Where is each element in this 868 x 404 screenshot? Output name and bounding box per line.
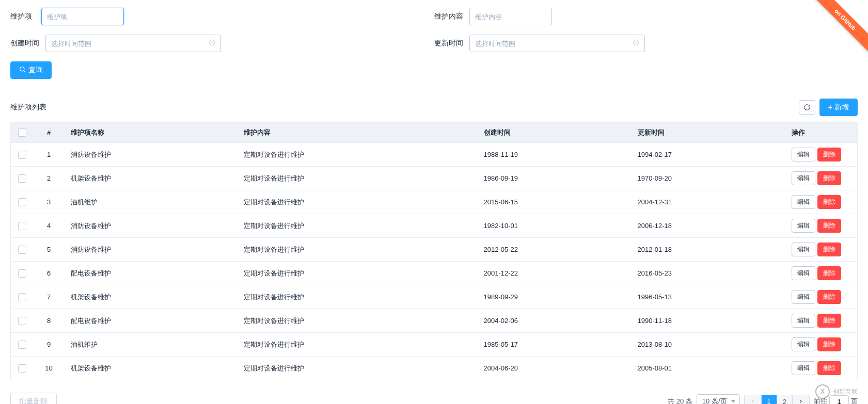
row-name: 消防设备维护 [65,143,238,167]
search-button-label: 查询 [28,66,43,75]
filter-updated-field: 更新时间 [434,35,858,52]
delete-button[interactable]: 删除 [817,219,841,233]
delete-button[interactable]: 删除 [817,195,841,209]
row-name: 油机维护 [65,333,238,357]
batch-delete-button[interactable]: 批量删除 [10,393,57,404]
edit-button[interactable]: 编辑 [792,266,815,280]
row-updated: 2004-12-31 [632,190,785,214]
add-button-label: 新增 [834,103,849,112]
table-row: 4消防设备维护定期对设备进行维护1982-10-012006-12-18编辑删除 [11,214,858,238]
filter-updated-input[interactable] [469,35,645,52]
table-row: 2机架设备维护定期对设备进行维护1986-09-191970-09-20编辑删除 [11,167,858,190]
edit-button[interactable]: 编辑 [792,314,815,328]
col-name: 维护项名称 [65,123,238,143]
refresh-button[interactable] [799,100,815,115]
watermark-logo-icon: X [815,384,830,399]
edit-button[interactable]: 编辑 [792,337,815,351]
svg-line-3 [24,70,26,72]
delete-button[interactable]: 删除 [817,171,841,185]
filter-form: 维护项 维护内容 创建时间 更新时间 [10,8,858,88]
filter-content-label: 维护内容 [434,12,469,21]
table-row: 1消防设备维护定期对设备进行维护1988-11-191994-02-17编辑删除 [11,143,858,167]
row-content: 定期对设备进行维护 [238,238,477,262]
row-checkbox[interactable] [18,364,26,373]
row-name: 机架设备维护 [65,285,238,309]
page-buttons: 12 [744,395,810,405]
row-updated: 1994-02-17 [632,143,785,167]
row-content: 定期对设备进行维护 [238,262,477,285]
row-checkbox[interactable] [18,341,26,349]
table-row: 3油机维护定期对设备进行维护2015-06-152004-12-31编辑删除 [11,190,858,214]
edit-button[interactable]: 编辑 [792,171,815,185]
row-checkbox[interactable] [18,293,26,301]
delete-button[interactable]: 删除 [817,337,841,351]
filter-name-input[interactable] [41,8,124,25]
filter-content-input[interactable] [469,8,552,25]
row-updated: 1996-05-13 [632,285,785,309]
next-page-button[interactable] [793,395,809,405]
delete-button[interactable]: 删除 [817,266,841,280]
pagination-total: 共 20 条 [668,397,692,404]
add-button[interactable]: + 新增 [819,99,858,116]
col-content: 维护内容 [238,123,477,143]
delete-button[interactable]: 删除 [817,243,841,256]
filter-updated-label: 更新时间 [434,39,469,48]
row-created: 1986-09-19 [478,167,632,190]
row-checkbox[interactable] [18,317,26,325]
list-title: 维护项列表 [10,103,46,112]
edit-button[interactable]: 编辑 [792,195,815,209]
row-checkbox[interactable] [18,174,26,183]
table-row: 10机架设备维护定期对设备进行维护2004-06-202005-08-01编辑删… [11,357,858,380]
row-content: 定期对设备进行维护 [238,214,477,238]
row-created: 1989-09-29 [478,285,632,309]
filter-created-input[interactable] [45,35,221,52]
edit-button[interactable]: 编辑 [792,243,815,256]
row-updated: 1970-09-20 [632,167,785,190]
row-name: 机架设备维护 [65,167,238,190]
row-checkbox[interactable] [18,198,26,206]
pagesize-label: 10 条/页 [702,397,727,404]
row-updated: 1990-11-18 [632,309,785,333]
filter-content-field: 维护内容 [434,8,858,25]
row-name: 配电设备维护 [65,309,238,333]
row-updated: 2012-01-18 [632,238,785,262]
delete-button[interactable]: 删除 [817,361,841,375]
prev-page-button[interactable] [745,395,762,405]
row-name: 油机维护 [65,190,238,214]
row-checkbox[interactable] [18,222,26,230]
delete-button[interactable]: 删除 [817,148,841,161]
col-op: 操作 [785,123,858,143]
col-index: # [34,123,65,143]
delete-button[interactable]: 删除 [817,314,841,328]
row-index: 10 [34,357,65,380]
table-row: 7机架设备维护定期对设备进行维护1989-09-291996-05-13编辑删除 [11,285,858,309]
row-updated: 2013-08-10 [632,333,785,357]
watermark-text: 创新互联 [833,387,858,396]
row-updated: 2016-05-23 [632,262,785,285]
row-checkbox[interactable] [18,151,26,159]
filter-created-field: 创建时间 [10,35,434,52]
search-icon [19,66,26,75]
search-button[interactable]: 查询 [10,61,52,79]
row-name: 消防设备维护 [65,238,238,262]
row-index: 4 [34,214,65,238]
row-content: 定期对设备进行维护 [238,357,477,380]
delete-button[interactable]: 删除 [817,290,841,304]
row-content: 定期对设备进行维护 [238,309,477,333]
row-created: 2001-12-22 [478,262,632,285]
row-checkbox[interactable] [18,246,26,254]
svg-point-2 [20,67,24,71]
edit-button[interactable]: 编辑 [792,361,815,375]
edit-button[interactable]: 编辑 [792,290,815,304]
page-number-button[interactable]: 1 [762,395,777,405]
row-checkbox[interactable] [18,269,26,278]
row-created: 2012-05-22 [478,238,632,262]
page-number-button[interactable]: 2 [777,395,793,405]
table-row: 5消防设备维护定期对设备进行维护2012-05-222012-01-18编辑删除 [11,238,858,262]
edit-button[interactable]: 编辑 [792,148,815,161]
pagesize-select[interactable]: 10 条/页 [697,394,740,404]
select-all-checkbox[interactable] [18,128,26,137]
edit-button[interactable]: 编辑 [792,219,815,233]
row-created: 2004-06-20 [478,357,632,380]
row-created: 1985-05-17 [478,333,632,357]
